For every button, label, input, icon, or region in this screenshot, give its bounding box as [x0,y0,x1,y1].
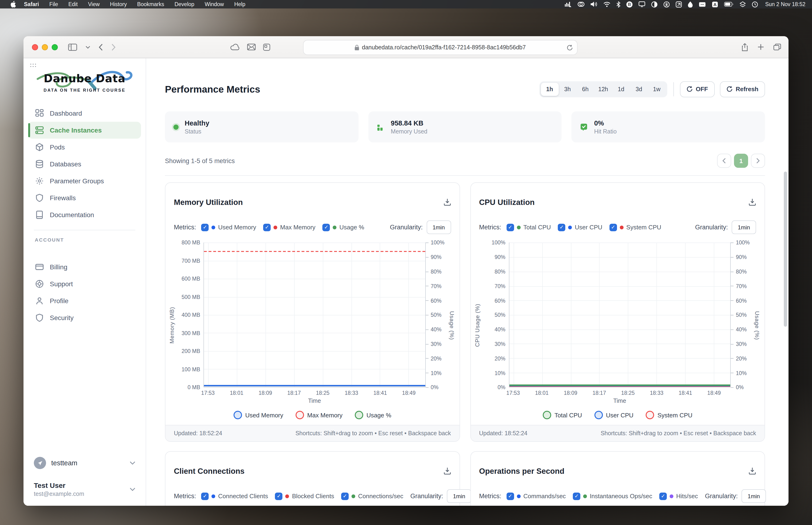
menu-item[interactable]: Help [229,1,250,7]
share-icon[interactable] [741,43,748,51]
page-number-button[interactable]: 1 [734,154,748,168]
metric-toggle-user-cpu[interactable]: ✓ User CPU [558,224,602,231]
battery-icon[interactable] [724,2,734,6]
range-6h-button[interactable]: 6h [576,82,594,96]
sidebar-item-billing[interactable]: Billing [24,258,146,275]
bluetooth-icon[interactable] [617,1,621,7]
next-page-button[interactable] [751,154,765,168]
legend-item-user-cpu[interactable]: User CPU [594,411,633,419]
metric-toggle-usage-percent[interactable]: ✓ Usage % [323,224,364,231]
legend-item-system-cpu[interactable]: System CPU [646,411,692,419]
cpu-chart-plot[interactable]: CPU Usage (%) 100%90%80%70%60%50%40%30%2… [471,240,765,408]
metric-toggle-total-cpu[interactable]: ✓ Total CPU [507,224,551,231]
granularity-select[interactable]: 1min [426,221,451,234]
sidebar-item-parameter-groups[interactable]: Parameter Groups [24,172,146,190]
metric-toggle-commands-sec[interactable]: ✓ Commands/sec [507,493,566,500]
legend-item-usage-percent[interactable]: Usage % [355,411,392,419]
menu-item[interactable]: Window [199,1,229,7]
screen-mirroring-icon[interactable] [652,1,658,7]
download-icon[interactable] [443,198,451,206]
range-3h-button[interactable]: 3h [558,82,576,96]
mail-icon[interactable] [247,44,256,50]
vpn-circles-icon[interactable] [578,1,585,7]
sidebar-item-profile[interactable]: Profile [24,292,146,309]
auto-refresh-off-button[interactable]: OFF [680,81,715,97]
refresh-button[interactable]: Refresh [720,81,765,97]
sidebar-item-firewalls[interactable]: Firewalls [24,190,146,206]
metrics-label: Metrics: [479,493,501,500]
metric-toggle-blocked-clients[interactable]: ✓ Blocked Clients [275,493,334,500]
user-menu[interactable]: Test User test@example.com [34,481,135,497]
sidebar-item-dashboard[interactable]: Dashboard [24,105,146,122]
page-settings-icon[interactable] [263,44,270,50]
display-icon[interactable] [639,1,645,7]
menu-item[interactable]: Develop [169,1,199,7]
url-text: danubedata.ro/cache/019a2ffa-f162-7214-8… [362,44,525,51]
forward-button[interactable] [111,44,116,50]
logo[interactable]: Danube Data DATA ON THE RIGHT COURSE [37,72,132,93]
accessibility-icon[interactable] [664,1,670,7]
back-button[interactable] [99,44,103,50]
download-icon[interactable] [749,467,756,475]
volume-icon[interactable] [591,1,597,7]
range-1d-button[interactable]: 1d [612,82,630,96]
team-switcher[interactable]: testteam [34,457,135,469]
input-source-icon[interactable]: A [712,1,718,7]
metric-toggle-used-memory[interactable]: ✓ Used Memory [201,224,256,231]
icloud-icon[interactable] [230,44,240,50]
dropbox-icon[interactable] [740,1,746,7]
new-tab-icon[interactable] [757,44,764,50]
notification-drop-icon[interactable] [688,1,693,7]
legend-item-max-memory[interactable]: Max Memory [295,411,342,419]
sidebar-chevron-down-icon[interactable] [86,45,90,49]
sidebar-item-support[interactable]: Support [24,275,146,292]
shortcuts-icon[interactable] [676,1,682,7]
reload-icon[interactable] [567,44,573,50]
granularity-select[interactable]: 1min [741,490,766,503]
menu-item[interactable]: Bookmarks [132,1,169,7]
sidebar-item-cache-instances[interactable]: Cache Instances [28,122,141,139]
range-1h-button[interactable]: 1h [541,82,558,96]
legend-item-used-memory[interactable]: Used Memory [233,411,284,419]
apple-menu-icon[interactable] [10,1,16,7]
metric-toggle-connected-clients[interactable]: ✓ Connected Clients [201,493,268,500]
keyboard-menu-icon[interactable] [699,2,706,7]
time-machine-icon[interactable] [752,1,758,7]
sidebar-item-databases[interactable]: Databases [24,155,146,172]
menu-item[interactable]: History [105,1,132,7]
x-ticks: 17:5318:0118:0918:1718:2518:3318:4118:49 [509,388,731,397]
range-1w-button[interactable]: 1w [648,82,665,96]
sidebar-toggle-icon[interactable] [68,44,77,50]
menu-item[interactable]: Edit [63,1,83,7]
menu-item[interactable]: File [44,1,63,7]
close-window-button[interactable] [32,44,38,50]
address-bar[interactable]: danubedata.ro/cache/019a2ffa-f162-7214-8… [303,40,578,55]
menu-bar-clock[interactable]: Sun 2 Nov 18:52 [765,1,806,7]
app-b-icon[interactable]: B [627,1,633,7]
metric-toggle-hits-sec[interactable]: ✓ Hits/sec [659,493,698,500]
previous-page-button[interactable] [717,154,731,168]
granularity-select[interactable]: 1min [732,221,756,234]
metric-toggle-connections-sec[interactable]: ✓ Connections/sec [341,493,403,500]
metric-toggle-instantaneous-ops[interactable]: ✓ Instantaneous Ops/sec [573,493,652,500]
zoom-window-button[interactable] [52,44,58,50]
download-icon[interactable] [443,467,451,475]
menu-item[interactable]: Safari [19,1,44,7]
minimize-window-button[interactable] [42,44,48,50]
granularity-select[interactable]: 1min [447,490,471,503]
metric-toggle-max-memory[interactable]: ✓ Max Memory [263,224,315,231]
memory-chart-plot[interactable]: Memory (MB) 800 MB700 MB600 MB500 MB400 … [165,240,459,408]
stats-icon[interactable] [565,1,572,7]
scrollbar-thumb[interactable] [784,171,787,327]
tab-overview-icon[interactable] [773,44,781,50]
legend-item-total-cpu[interactable]: Total CPU [543,411,582,419]
wifi-icon[interactable] [603,2,611,7]
sidebar-item-security[interactable]: Security [24,309,146,326]
range-12h-button[interactable]: 12h [594,82,612,96]
metric-toggle-system-cpu[interactable]: ✓ System CPU [610,224,661,231]
sidebar-item-documentation[interactable]: Documentation [24,206,146,223]
sidebar-item-pods[interactable]: Pods [24,139,146,155]
download-icon[interactable] [749,198,756,206]
menu-item[interactable]: View [83,1,105,7]
range-3d-button[interactable]: 3d [630,82,648,96]
